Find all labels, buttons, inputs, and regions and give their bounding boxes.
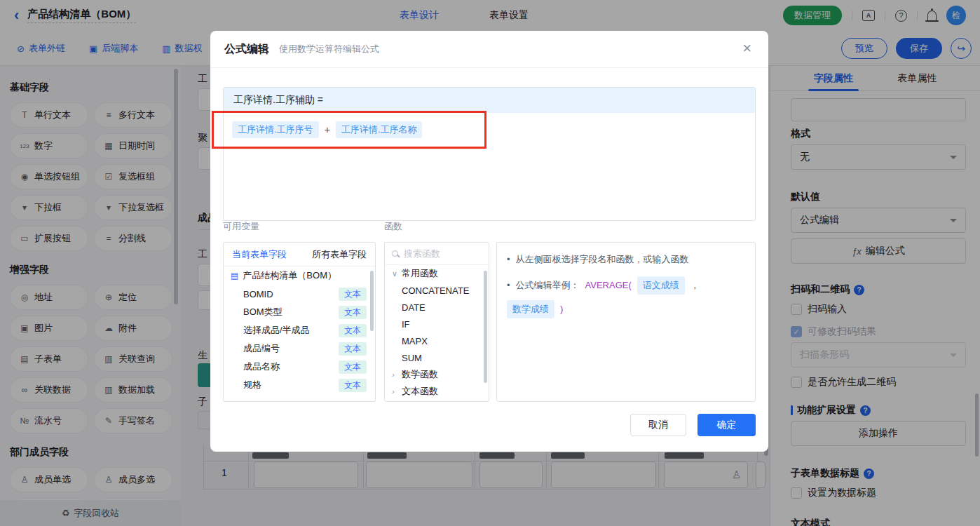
example-comma: ， bbox=[690, 278, 700, 292]
example-field-chip: 数学成绩 bbox=[507, 300, 554, 318]
function-item[interactable]: DATE bbox=[385, 299, 489, 316]
field-name: BOM类型 bbox=[243, 306, 283, 318]
formula-edit-modal: 公式编辑 使用数学运算符编辑公式 × 工序详情.工序辅助 = 工序详情.工序序号… bbox=[210, 31, 768, 452]
functions-panel: ∨ 常用函数 CONCATENATE DATE IF MAPX SUM › 数学… bbox=[384, 242, 489, 402]
tab-current-form-fields[interactable]: 当前表单字段 bbox=[232, 248, 287, 261]
group-label: 常用函数 bbox=[402, 267, 438, 280]
function-item[interactable]: MAPX bbox=[385, 332, 489, 349]
field-name: 选择成品/半成品 bbox=[243, 324, 310, 337]
variable-field-row[interactable]: 成品编号 文本 bbox=[224, 339, 375, 358]
field-name: BOMID bbox=[243, 289, 273, 299]
example-field-chip: 语文成绩 bbox=[637, 276, 685, 295]
variables-panel: 当前表单字段 所有表单字段 ▤ 产品结构清单（BOM） BOMID 文本 BOM… bbox=[223, 242, 376, 402]
tab-all-form-fields[interactable]: 所有表单字段 bbox=[312, 248, 367, 261]
field-type-badge: 文本 bbox=[339, 360, 367, 374]
variable-field-row[interactable]: 成品名称 文本 bbox=[224, 358, 375, 376]
variables-label: 可用变量 bbox=[223, 220, 259, 233]
chevron-right-icon: › bbox=[392, 387, 397, 396]
group-label: 文本函数 bbox=[402, 385, 438, 398]
cancel-button[interactable]: 取消 bbox=[630, 414, 686, 436]
bullet: • bbox=[507, 252, 510, 267]
help-example-prefix: 公式编辑举例： bbox=[516, 278, 580, 292]
chevron-down-icon: ∨ bbox=[392, 269, 397, 278]
confirm-button[interactable]: 确定 bbox=[697, 414, 756, 436]
function-group-text[interactable]: › 文本函数 bbox=[385, 383, 489, 400]
formula-editor[interactable]: 工序详情.工序辅助 = 工序详情.工序序号 + 工序详情.工序名称 bbox=[223, 87, 756, 221]
help-tip: 从左侧面板选择字段名和函数，或输入函数 bbox=[516, 252, 689, 267]
group-label: 数学函数 bbox=[402, 368, 438, 381]
field-type-badge: 文本 bbox=[339, 324, 367, 337]
variable-field-row[interactable]: 选择成品/半成品 文本 bbox=[224, 321, 375, 339]
function-group-common[interactable]: ∨ 常用函数 bbox=[385, 265, 489, 282]
function-item[interactable]: CONCATENATE bbox=[385, 282, 489, 299]
formula-help-panel: • 从左侧面板选择字段名和函数，或输入函数 • 公式编辑举例： AVERAGE(… bbox=[496, 242, 756, 402]
field-name: 成品编号 bbox=[243, 342, 280, 355]
bullet: • bbox=[507, 278, 510, 292]
variable-field-row[interactable]: BOM类型 文本 bbox=[224, 303, 375, 321]
functions-scrollbar[interactable] bbox=[484, 271, 487, 383]
formula-field-chip[interactable]: 工序详情.工序序号 bbox=[232, 121, 319, 138]
function-item[interactable]: SUM bbox=[385, 349, 489, 366]
function-item[interactable]: IF bbox=[385, 316, 489, 332]
functions-label: 函数 bbox=[384, 220, 402, 233]
form-node[interactable]: ▤ 产品结构清单（BOM） bbox=[224, 267, 375, 285]
variable-field-row[interactable]: 规格 文本 bbox=[224, 376, 375, 394]
field-name: 规格 bbox=[243, 379, 261, 391]
field-name: 成品名称 bbox=[243, 360, 280, 373]
field-type-badge: 文本 bbox=[339, 288, 367, 301]
formula-target: 工序详情.工序辅助 = bbox=[224, 88, 755, 113]
function-group-math[interactable]: › 数学函数 bbox=[385, 366, 489, 383]
formula-field-chip[interactable]: 工序详情.工序名称 bbox=[336, 121, 423, 138]
variable-field-row[interactable]: BOMID 文本 bbox=[224, 285, 375, 303]
chevron-right-icon: › bbox=[392, 370, 397, 379]
form-doc-icon: ▤ bbox=[231, 271, 238, 281]
search-icon bbox=[392, 250, 398, 257]
modal-title: 公式编辑 bbox=[224, 42, 269, 57]
example-function-name: AVERAGE( bbox=[585, 278, 632, 292]
form-name: 产品结构清单（BOM） bbox=[243, 269, 336, 282]
close-icon[interactable]: × bbox=[742, 41, 751, 56]
variables-scrollbar[interactable] bbox=[370, 271, 374, 331]
modal-subtitle: 使用数学运算符编辑公式 bbox=[279, 43, 379, 55]
function-search-input[interactable] bbox=[404, 248, 474, 259]
field-type-badge: 文本 bbox=[339, 342, 367, 356]
field-type-badge: 文本 bbox=[339, 379, 367, 392]
field-type-badge: 文本 bbox=[339, 306, 367, 319]
formula-operator: + bbox=[325, 124, 330, 135]
example-paren-close: ) bbox=[560, 302, 563, 316]
